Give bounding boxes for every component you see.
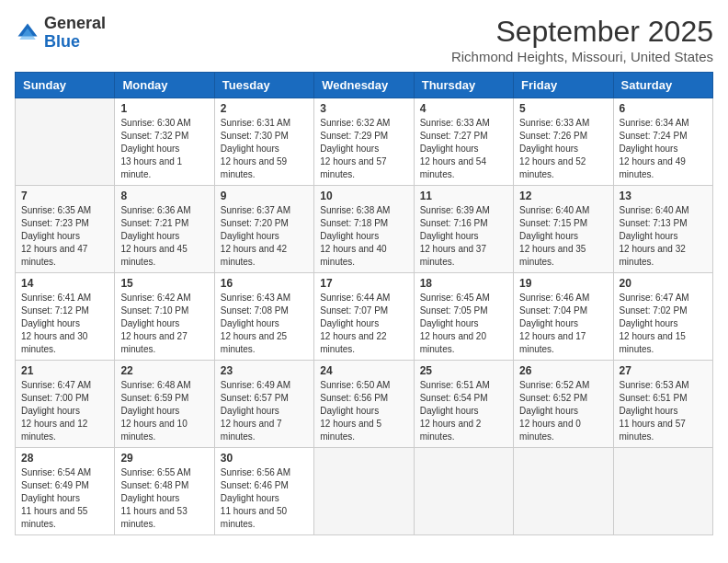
day-info: Sunrise: 6:34 AMSunset: 7:24 PMDaylight … <box>620 117 707 181</box>
day-info: Sunrise: 6:30 AMSunset: 7:32 PMDaylight … <box>120 117 208 181</box>
day-number: 4 <box>420 102 507 115</box>
calendar-week-2: 7Sunrise: 6:35 AMSunset: 7:23 PMDaylight… <box>16 186 713 273</box>
day-number: 18 <box>420 277 507 290</box>
day-info: Sunrise: 6:36 AMSunset: 7:21 PMDaylight … <box>120 204 208 269</box>
header-sunday: Sunday <box>16 73 115 98</box>
day-info: Sunrise: 6:33 AMSunset: 7:26 PMDaylight … <box>519 117 607 181</box>
logo-text: General Blue <box>44 15 106 52</box>
day-info: Sunrise: 6:41 AMSunset: 7:12 PMDaylight … <box>21 292 108 356</box>
day-info: Sunrise: 6:51 AMSunset: 6:54 PMDaylight … <box>420 379 507 443</box>
logo-icon <box>15 20 40 46</box>
day-number: 3 <box>320 102 407 115</box>
day-info: Sunrise: 6:46 AMSunset: 7:04 PMDaylight … <box>519 292 607 356</box>
calendar-cell: 22Sunrise: 6:48 AMSunset: 6:59 PMDayligh… <box>115 361 214 448</box>
day-info: Sunrise: 6:35 AMSunset: 7:23 PMDaylight … <box>21 204 108 269</box>
calendar-cell: 27Sunrise: 6:53 AMSunset: 6:51 PMDayligh… <box>613 361 712 448</box>
day-number: 2 <box>221 102 308 115</box>
day-info: Sunrise: 6:43 AMSunset: 7:08 PMDaylight … <box>221 292 308 356</box>
day-number: 27 <box>620 364 707 377</box>
calendar-cell: 14Sunrise: 6:41 AMSunset: 7:12 PMDayligh… <box>16 273 115 361</box>
calendar-cell: 6Sunrise: 6:34 AMSunset: 7:24 PMDaylight… <box>613 98 712 186</box>
calendar-cell <box>16 98 115 186</box>
logo-blue: Blue <box>44 32 80 51</box>
day-number: 17 <box>320 277 407 290</box>
day-info: Sunrise: 6:47 AMSunset: 7:00 PMDaylight … <box>21 379 108 443</box>
calendar-cell: 15Sunrise: 6:42 AMSunset: 7:10 PMDayligh… <box>115 273 214 361</box>
page-header: General Blue September 2025 Richmond Hei… <box>15 15 713 64</box>
calendar-cell: 23Sunrise: 6:49 AMSunset: 6:57 PMDayligh… <box>214 361 313 448</box>
day-info: Sunrise: 6:52 AMSunset: 6:52 PMDaylight … <box>519 379 607 443</box>
day-info: Sunrise: 6:49 AMSunset: 6:57 PMDaylight … <box>221 379 308 443</box>
calendar-header-row: SundayMondayTuesdayWednesdayThursdayFrid… <box>16 73 713 98</box>
day-number: 24 <box>320 364 407 377</box>
calendar-cell: 2Sunrise: 6:31 AMSunset: 7:30 PMDaylight… <box>214 98 313 186</box>
day-info: Sunrise: 6:33 AMSunset: 7:27 PMDaylight … <box>420 117 507 181</box>
day-info: Sunrise: 6:50 AMSunset: 6:56 PMDaylight … <box>320 379 407 443</box>
day-info: Sunrise: 6:47 AMSunset: 7:02 PMDaylight … <box>620 292 707 356</box>
logo: General Blue <box>15 15 106 52</box>
calendar-cell <box>613 448 712 535</box>
calendar-cell: 4Sunrise: 6:33 AMSunset: 7:27 PMDaylight… <box>414 98 513 186</box>
calendar-cell: 1Sunrise: 6:30 AMSunset: 7:32 PMDaylight… <box>115 98 214 186</box>
day-number: 9 <box>221 190 308 202</box>
day-number: 21 <box>21 364 108 377</box>
title-block: September 2025 Richmond Heights, Missour… <box>451 15 713 64</box>
day-number: 25 <box>420 364 507 377</box>
calendar-cell: 13Sunrise: 6:40 AMSunset: 7:13 PMDayligh… <box>613 186 712 273</box>
day-info: Sunrise: 6:38 AMSunset: 7:18 PMDaylight … <box>320 204 407 269</box>
header-wednesday: Wednesday <box>314 73 414 98</box>
calendar-cell <box>514 448 613 535</box>
day-number: 16 <box>221 277 308 290</box>
calendar-cell: 12Sunrise: 6:40 AMSunset: 7:15 PMDayligh… <box>514 186 613 273</box>
day-info: Sunrise: 6:42 AMSunset: 7:10 PMDaylight … <box>120 292 208 356</box>
day-info: Sunrise: 6:32 AMSunset: 7:29 PMDaylight … <box>320 117 407 181</box>
day-number: 6 <box>620 102 707 115</box>
day-number: 14 <box>21 277 108 290</box>
location-subtitle: Richmond Heights, Missouri, United State… <box>451 49 713 64</box>
header-thursday: Thursday <box>414 73 513 98</box>
day-info: Sunrise: 6:45 AMSunset: 7:05 PMDaylight … <box>420 292 507 356</box>
calendar-cell <box>414 448 513 535</box>
calendar-cell: 18Sunrise: 6:45 AMSunset: 7:05 PMDayligh… <box>414 273 513 361</box>
calendar-week-4: 21Sunrise: 6:47 AMSunset: 7:00 PMDayligh… <box>16 361 713 448</box>
day-info: Sunrise: 6:54 AMSunset: 6:49 PMDaylight … <box>21 466 108 531</box>
header-friday: Friday <box>514 73 613 98</box>
day-number: 7 <box>21 190 108 202</box>
day-number: 5 <box>519 102 607 115</box>
header-saturday: Saturday <box>613 73 712 98</box>
day-info: Sunrise: 6:44 AMSunset: 7:07 PMDaylight … <box>320 292 407 356</box>
day-number: 20 <box>620 277 707 290</box>
day-number: 30 <box>221 452 308 465</box>
day-number: 12 <box>519 190 607 202</box>
calendar-cell: 25Sunrise: 6:51 AMSunset: 6:54 PMDayligh… <box>414 361 513 448</box>
day-number: 23 <box>221 364 308 377</box>
calendar-cell: 20Sunrise: 6:47 AMSunset: 7:02 PMDayligh… <box>613 273 712 361</box>
calendar-cell: 16Sunrise: 6:43 AMSunset: 7:08 PMDayligh… <box>214 273 313 361</box>
calendar-cell: 9Sunrise: 6:37 AMSunset: 7:20 PMDaylight… <box>214 186 313 273</box>
day-info: Sunrise: 6:31 AMSunset: 7:30 PMDaylight … <box>221 117 308 181</box>
calendar-cell: 26Sunrise: 6:52 AMSunset: 6:52 PMDayligh… <box>514 361 613 448</box>
day-number: 13 <box>620 190 707 202</box>
day-number: 1 <box>120 102 208 115</box>
day-info: Sunrise: 6:56 AMSunset: 6:46 PMDaylight … <box>221 466 308 531</box>
header-tuesday: Tuesday <box>214 73 313 98</box>
calendar-cell: 8Sunrise: 6:36 AMSunset: 7:21 PMDaylight… <box>115 186 214 273</box>
calendar-week-5: 28Sunrise: 6:54 AMSunset: 6:49 PMDayligh… <box>16 448 713 535</box>
calendar-cell: 3Sunrise: 6:32 AMSunset: 7:29 PMDaylight… <box>314 98 414 186</box>
day-number: 29 <box>120 452 208 465</box>
calendar-cell: 7Sunrise: 6:35 AMSunset: 7:23 PMDaylight… <box>16 186 115 273</box>
calendar-table: SundayMondayTuesdayWednesdayThursdayFrid… <box>15 72 713 535</box>
calendar-cell <box>314 448 414 535</box>
calendar-cell: 5Sunrise: 6:33 AMSunset: 7:26 PMDaylight… <box>514 98 613 186</box>
calendar-cell: 17Sunrise: 6:44 AMSunset: 7:07 PMDayligh… <box>314 273 414 361</box>
day-number: 26 <box>519 364 607 377</box>
calendar-cell: 19Sunrise: 6:46 AMSunset: 7:04 PMDayligh… <box>514 273 613 361</box>
calendar-cell: 28Sunrise: 6:54 AMSunset: 6:49 PMDayligh… <box>16 448 115 535</box>
calendar-cell: 11Sunrise: 6:39 AMSunset: 7:16 PMDayligh… <box>414 186 513 273</box>
calendar-cell: 24Sunrise: 6:50 AMSunset: 6:56 PMDayligh… <box>314 361 414 448</box>
calendar-cell: 30Sunrise: 6:56 AMSunset: 6:46 PMDayligh… <box>214 448 313 535</box>
day-info: Sunrise: 6:40 AMSunset: 7:13 PMDaylight … <box>620 204 707 269</box>
day-number: 10 <box>320 190 407 202</box>
day-info: Sunrise: 6:39 AMSunset: 7:16 PMDaylight … <box>420 204 507 269</box>
day-number: 15 <box>120 277 208 290</box>
